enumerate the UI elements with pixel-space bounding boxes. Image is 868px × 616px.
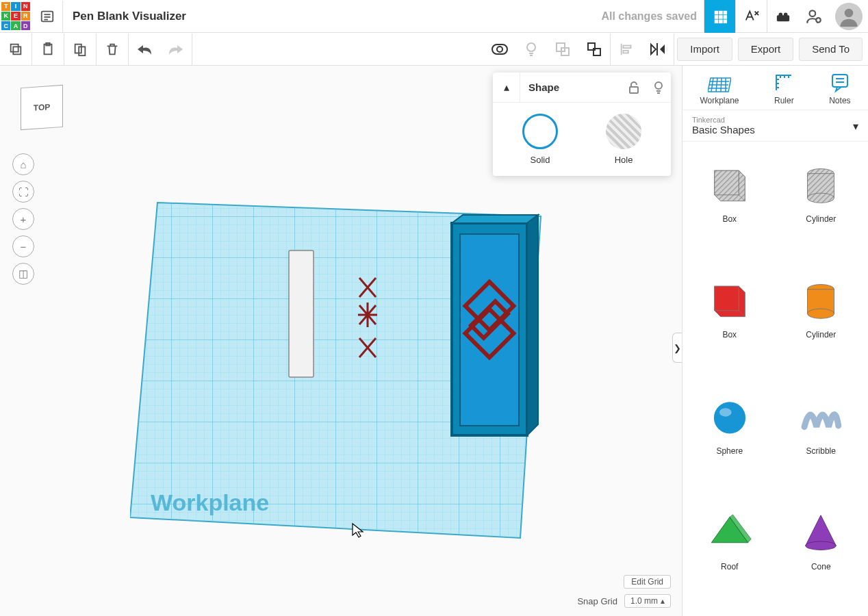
shape-thumb	[793, 503, 848, 558]
shape-thumb	[793, 155, 848, 210]
shape-item-cylinder-1[interactable]: Cylinder	[778, 150, 865, 260]
lightbulb-icon[interactable]	[646, 81, 671, 94]
svg-rect-48	[630, 87, 638, 93]
svg-point-20	[845, 8, 854, 17]
svg-rect-5	[719, 10, 723, 14]
visibility-toggle[interactable]	[484, 34, 515, 65]
svg-point-83	[714, 402, 745, 433]
duplicate-button[interactable]	[64, 34, 96, 65]
lock-icon[interactable]	[622, 81, 646, 94]
send-to-button[interactable]: Send To	[799, 38, 863, 61]
paste-button[interactable]	[32, 34, 64, 65]
svg-rect-22	[11, 44, 18, 51]
viewcube[interactable]: TOP	[21, 85, 63, 130]
user-avatar[interactable]	[835, 3, 863, 30]
svg-rect-9	[723, 15, 727, 19]
svg-point-14	[778, 12, 782, 16]
ungroup-button[interactable]	[578, 34, 610, 65]
fit-view-button[interactable]: ⛶	[12, 181, 34, 203]
svg-rect-40	[289, 251, 314, 377]
shape-item-sphere-4[interactable]: Sphere	[687, 382, 773, 492]
svg-point-28	[497, 47, 502, 52]
group-button[interactable]	[547, 34, 578, 65]
mode-solid-label: Solid	[531, 155, 550, 165]
redo-button[interactable]	[160, 34, 192, 65]
svg-marker-42	[452, 215, 538, 223]
shape-thumb	[793, 271, 848, 326]
shape-thumb	[702, 503, 757, 558]
canvas-viewport[interactable]: Workplane	[0, 66, 682, 616]
svg-marker-93	[806, 515, 836, 546]
shape-library-dropdown[interactable]: Tinkercad Basic Shapes ▾	[682, 110, 868, 142]
inspector-title: Shape	[520, 81, 622, 93]
snap-grid-select[interactable]: 1.0 mm▴	[624, 594, 671, 608]
svg-rect-12	[723, 19, 727, 23]
svg-rect-35	[624, 45, 631, 48]
svg-point-94	[806, 541, 836, 550]
shape-label: Cylinder	[806, 214, 836, 224]
import-button[interactable]: Import	[677, 38, 732, 61]
shape-thumb	[702, 155, 757, 210]
svg-marker-64	[715, 170, 739, 195]
svg-rect-10	[714, 19, 718, 23]
shape-thumb	[793, 387, 848, 442]
shape-library-grid: BoxCylinderBoxCylinderSphereScribbleRoof…	[682, 142, 868, 616]
snap-grid-label: Snap Grid	[577, 596, 617, 606]
inspector-collapse-icon[interactable]: ▴	[493, 73, 520, 102]
svg-rect-7	[714, 15, 718, 19]
mouse-cursor	[352, 523, 364, 538]
copy-button[interactable]	[0, 34, 31, 65]
svg-point-16	[810, 10, 816, 16]
svg-point-84	[719, 408, 732, 416]
shape-item-box-2[interactable]: Box	[687, 266, 773, 376]
workplane-label: Workplane	[151, 489, 269, 515]
tool-notes[interactable]: Notes	[829, 73, 850, 105]
panel-collapse-handle[interactable]: ❯	[672, 333, 682, 363]
light-button[interactable]	[515, 34, 547, 65]
zoom-out-button[interactable]: −	[12, 235, 34, 257]
shape-item-box-0[interactable]: Box	[687, 150, 773, 260]
export-button[interactable]: Export	[738, 38, 793, 61]
mode-solid[interactable]: Solid	[522, 114, 558, 165]
add-collaborator-icon[interactable]	[798, 0, 830, 33]
tinkercad-logo[interactable]: TIN KER CAD	[0, 1, 31, 32]
project-title[interactable]: Pen Blank Visualizer	[63, 10, 601, 23]
mode-hole-label: Hole	[615, 155, 633, 165]
shape-item-roof-6[interactable]: Roof	[687, 498, 773, 608]
shape-thumb	[702, 387, 757, 442]
shape-item-cone-7[interactable]: Cone	[778, 498, 865, 608]
shape-label: Sphere	[716, 446, 743, 456]
tab-bricks[interactable]	[767, 0, 798, 33]
undo-button[interactable]	[129, 34, 160, 65]
edit-grid-button[interactable]: Edit Grid	[624, 575, 671, 589]
tool-ruler[interactable]: Ruler	[774, 73, 794, 105]
doc-list-icon[interactable]	[31, 1, 63, 32]
chevron-up-icon: ▴	[661, 596, 665, 606]
shape-label: Box	[722, 330, 737, 339]
shape-item-scribble-5[interactable]: Scribble	[778, 382, 865, 492]
mirror-button[interactable]	[642, 34, 674, 65]
right-panel: Workplane Ruler Notes Tinkercad Basic Sh…	[682, 66, 868, 616]
tool-workplane[interactable]: Workplane	[700, 73, 739, 105]
tab-3d-design[interactable]	[704, 0, 735, 33]
shape-label: Scribble	[806, 446, 836, 456]
delete-button[interactable]	[97, 34, 128, 65]
shape-item-cylinder-3[interactable]: Cylinder	[778, 266, 865, 376]
workplane[interactable]: Workplane	[130, 134, 554, 559]
shape-thumb	[702, 271, 757, 326]
ortho-toggle-button[interactable]: ◫	[12, 263, 34, 285]
tab-blocks[interactable]	[735, 0, 767, 33]
shape-label: Cone	[811, 562, 831, 572]
shape-label: Roof	[721, 562, 738, 572]
svg-marker-74	[715, 286, 739, 311]
mode-hole[interactable]: Hole	[606, 114, 641, 165]
zoom-in-button[interactable]: +	[12, 208, 34, 230]
toolbar: Import Export Send To	[0, 33, 868, 66]
home-view-button[interactable]: ⌂	[12, 153, 34, 175]
svg-rect-8	[719, 15, 723, 19]
align-button[interactable]	[611, 34, 642, 65]
svg-point-49	[655, 82, 662, 89]
svg-point-70	[808, 193, 834, 203]
svg-rect-4	[714, 10, 718, 14]
svg-rect-13	[776, 15, 789, 21]
